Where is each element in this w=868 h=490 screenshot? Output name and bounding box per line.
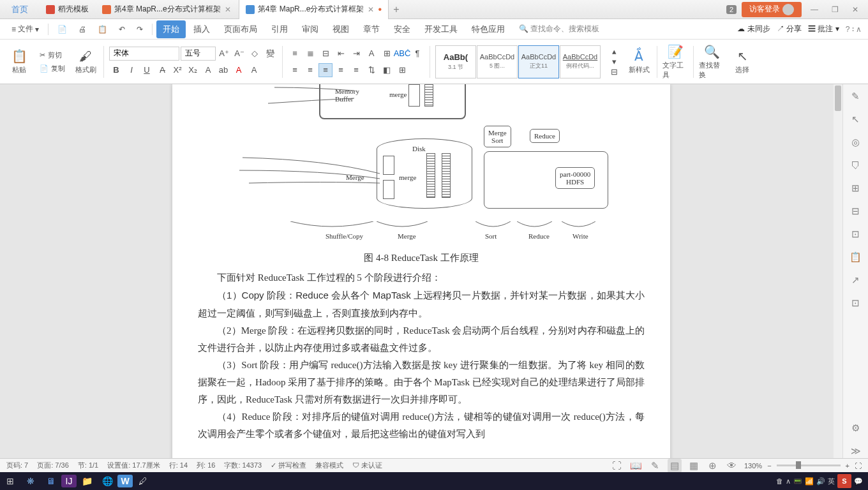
zoom-out-icon[interactable]: − <box>767 462 771 470</box>
browser-icon[interactable]: 🌐 <box>97 472 117 490</box>
shading-icon[interactable]: ◧ <box>380 63 394 77</box>
underline-icon[interactable]: U <box>140 63 154 77</box>
indent-right-icon[interactable]: ⇥ <box>349 47 363 61</box>
main-menu[interactable]: ≡ 文件 ▾ <box>6 21 44 37</box>
clip-icon[interactable]: ◎ <box>849 135 863 149</box>
full-width-icon[interactable]: ⛶ <box>610 459 624 473</box>
align-left-icon[interactable]: ≡ <box>288 63 302 77</box>
explorer-icon[interactable]: 📁 <box>77 472 97 490</box>
tab-ppt[interactable]: 第4章 MapR...e分布式计算框架 ✕ <box>96 0 239 19</box>
document-area[interactable]: Memory Buffer merge Disk Merge merge Mer… <box>0 84 842 458</box>
edit-icon[interactable]: ✎ <box>849 89 863 103</box>
style-up-icon[interactable]: ▴ <box>607 47 621 57</box>
hat-icon[interactable]: ⛉ <box>849 158 863 172</box>
style-h3[interactable]: AaBb(3.1 节 <box>435 45 476 78</box>
paste-button[interactable]: 📋粘贴 <box>6 44 32 80</box>
app3-icon[interactable]: IJ <box>61 475 77 487</box>
style-code[interactable]: AaBbCcDd例程代码... <box>560 45 601 78</box>
search-box[interactable]: 🔍 查找命令、搜索模板 <box>519 24 599 34</box>
align-right-icon[interactable]: ≡ <box>318 63 333 77</box>
menu-chapter[interactable]: 章节 <box>357 20 386 38</box>
home-tab[interactable]: 首页 <box>0 0 40 19</box>
menu-ref[interactable]: 引用 <box>265 20 294 38</box>
new-style-button[interactable]: A͋新样式 <box>626 44 652 80</box>
line-spacing-icon[interactable]: ⇅ <box>364 63 378 77</box>
tab-doc-active[interactable]: 第4章 MapR...e分布式计算框架 ✕ • <box>239 0 389 19</box>
save-icon[interactable]: 📄 <box>52 22 72 36</box>
read-icon[interactable]: 📖 <box>629 459 643 473</box>
copy-button[interactable]: 📄 复制 <box>37 63 68 75</box>
restore-icon[interactable]: ❐ <box>827 2 842 17</box>
tray-up-icon[interactable]: ∧ <box>786 477 791 486</box>
ime-lang[interactable]: 英 <box>828 477 835 486</box>
text-dir-icon[interactable]: ABĊ <box>395 47 409 61</box>
super-icon[interactable]: X² <box>170 63 184 77</box>
app5-icon[interactable]: 🖊 <box>133 472 153 490</box>
app2-icon[interactable]: 🖥 <box>41 472 61 490</box>
find-replace-button[interactable]: 🔍查找替换 <box>699 44 724 80</box>
font-effect-icon[interactable]: A <box>201 63 215 77</box>
menu-insert[interactable]: 插入 <box>187 20 216 38</box>
app1-icon[interactable]: ❋ <box>20 472 41 490</box>
nav-icon[interactable]: ⊡ <box>849 227 863 241</box>
add-tab[interactable]: + <box>389 4 404 15</box>
sync-status[interactable]: ☁ 未同步 <box>737 24 770 34</box>
menu-review[interactable]: 审阅 <box>296 20 325 38</box>
cursor-icon[interactable]: ↖ <box>849 112 863 126</box>
text-tools-button[interactable]: 📝文字工具 <box>662 44 688 80</box>
wps-icon[interactable]: W <box>117 475 133 487</box>
sub-icon[interactable]: X₂ <box>186 63 200 77</box>
tab-daoke[interactable]: 稻壳模板 <box>40 0 96 19</box>
indent-left-icon[interactable]: ⇤ <box>334 47 348 61</box>
align-justify-icon[interactable]: ≡ <box>334 63 348 77</box>
status-page[interactable]: 页码: 7 <box>6 461 28 470</box>
clear-format-icon[interactable]: ◇ <box>248 47 262 61</box>
align-dist-icon[interactable]: ≡ <box>349 63 363 77</box>
strike-icon[interactable]: A̶ <box>155 63 169 77</box>
font-smaller-icon[interactable]: A⁻ <box>232 47 246 61</box>
web-icon[interactable]: ⊕ <box>706 459 720 473</box>
font-larger-icon[interactable]: A⁺ <box>217 47 231 61</box>
bold-icon[interactable]: B <box>109 63 123 77</box>
align-center-icon[interactable]: ≡ <box>303 63 317 77</box>
help-icon[interactable]: ? ∶ ∧ <box>846 25 862 34</box>
preview-icon[interactable]: 📋 <box>93 22 112 36</box>
notif-badge[interactable]: 2 <box>726 5 737 14</box>
close-window-icon[interactable]: ✕ <box>848 2 863 17</box>
status-section[interactable]: 节: 1/1 <box>78 461 98 470</box>
fullscreen-icon[interactable]: ⛶ <box>855 462 862 470</box>
cut-button[interactable]: ✂ 剪切 <box>37 49 68 61</box>
italic-icon[interactable]: I <box>124 63 138 77</box>
format-painter[interactable]: 🖌格式刷 <box>73 44 98 80</box>
outline-icon[interactable]: ▦ <box>687 459 701 473</box>
highlight-icon[interactable]: ab <box>216 63 230 77</box>
hide-icon[interactable]: ≫ <box>849 444 863 458</box>
compat-mode[interactable]: 兼容模式 <box>315 461 343 470</box>
close-icon[interactable]: ✕ <box>224 6 232 13</box>
battery-icon[interactable]: 📟 <box>793 477 802 486</box>
tab-icon[interactable]: ⊞ <box>380 47 394 61</box>
spell-check[interactable]: ✓ 拼写检查 <box>271 461 306 470</box>
menu-security[interactable]: 安全 <box>387 20 417 38</box>
annotate-button[interactable]: ☰ 批注 ▾ <box>808 24 839 34</box>
lock-icon[interactable]: ⊡ <box>849 296 863 310</box>
font-name-select[interactable] <box>109 47 179 61</box>
send-icon[interactable]: ↗ <box>849 273 863 287</box>
menu-dev[interactable]: 开发工具 <box>418 20 464 38</box>
borders-icon[interactable]: ⊞ <box>395 63 409 77</box>
font-color-icon[interactable]: A <box>232 63 246 77</box>
zoom-level[interactable]: 130% <box>744 462 762 470</box>
menu-pagelayout[interactable]: 页面布局 <box>218 20 264 38</box>
style-body[interactable]: AaBbCcDd正文11 <box>518 45 559 78</box>
gear-icon[interactable]: ⚙ <box>849 421 863 435</box>
style-fig[interactable]: AaBbCcDd5 图... <box>477 45 518 78</box>
share-button[interactable]: ↗ 分享 <box>777 24 802 34</box>
vertical-scrollbar[interactable] <box>834 84 842 458</box>
zoom-slider[interactable] <box>777 464 841 466</box>
font-size-select[interactable] <box>181 47 216 61</box>
undo-icon[interactable]: ↶ <box>114 22 130 36</box>
status-words[interactable]: 字数: 14373 <box>224 461 262 470</box>
ime-icon[interactable]: S <box>837 474 851 488</box>
volume-icon[interactable]: 🔊 <box>816 477 825 486</box>
page-view-icon[interactable]: ▤ <box>668 459 682 473</box>
